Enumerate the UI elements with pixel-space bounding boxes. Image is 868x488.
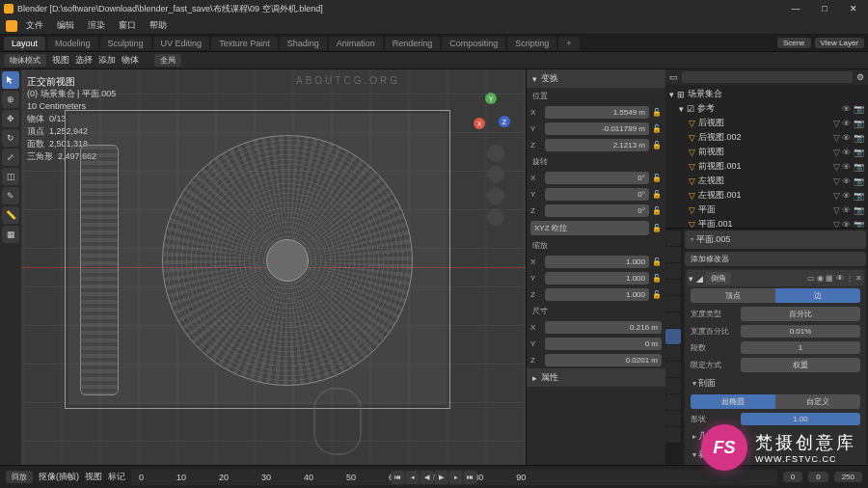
tab-texture[interactable]: Texture Paint bbox=[211, 37, 278, 50]
tab-shading[interactable]: Shading bbox=[280, 37, 327, 50]
nav-zoom[interactable] bbox=[487, 145, 504, 162]
bevel-vertex[interactable]: 顶点 bbox=[691, 288, 775, 303]
ptab-material[interactable] bbox=[665, 411, 681, 426]
tab-animation[interactable]: Animation bbox=[329, 37, 383, 50]
dim-z[interactable]: 0.0201 m bbox=[545, 354, 662, 366]
timeline-playback[interactable]: 回放 bbox=[6, 471, 33, 483]
timeline-keying[interactable]: 抠像(插帧) bbox=[39, 471, 79, 483]
ptab-object[interactable] bbox=[665, 312, 681, 328]
tool-select[interactable] bbox=[2, 71, 19, 89]
close-button[interactable]: ✕ bbox=[839, 0, 868, 17]
nav-pan[interactable] bbox=[487, 166, 504, 183]
menu-help[interactable]: 帮助 bbox=[145, 19, 172, 32]
nav-gizmo[interactable]: X Y Z bbox=[468, 89, 514, 135]
frame-end[interactable]: 250 bbox=[834, 472, 862, 482]
play-reverse[interactable]: ◀ bbox=[420, 471, 434, 484]
outliner-collection-ref[interactable]: ▾ ☑ 参考👁 📷 bbox=[669, 101, 864, 116]
scale-z[interactable]: 1.000 bbox=[545, 288, 649, 301]
filter-icon[interactable]: ⚙ bbox=[856, 72, 864, 82]
menu-object[interactable]: 物体 bbox=[122, 54, 139, 67]
menu-window[interactable]: 窗口 bbox=[114, 19, 141, 32]
maximize-button[interactable]: □ bbox=[810, 0, 839, 17]
tool-move[interactable]: ✥ bbox=[2, 110, 19, 127]
outliner-item[interactable]: ▽前视图.001▽ 👁 📷 bbox=[669, 159, 864, 174]
jump-end[interactable]: ⏭ bbox=[464, 471, 477, 484]
rot-x[interactable]: 0° bbox=[545, 172, 649, 184]
tab-sculpting[interactable]: Sculpting bbox=[100, 37, 151, 50]
profile-super[interactable]: 超椭圆 bbox=[691, 394, 775, 409]
jump-start[interactable]: ⏮ bbox=[392, 471, 405, 484]
props-panel-header[interactable]: ▸ 属性 bbox=[527, 368, 665, 387]
minimize-button[interactable]: — bbox=[781, 0, 810, 17]
profile-custom[interactable]: 自定义 bbox=[775, 394, 860, 409]
3d-viewport[interactable]: ABOUTCG.ORG 正交前视图 (0) 场景集合 | 平面.005 10 C… bbox=[21, 69, 526, 465]
blender-logo-icon[interactable] bbox=[6, 20, 17, 32]
outliner-item[interactable]: ▽前视图▽ 👁 📷 bbox=[669, 145, 864, 159]
outliner-item[interactable]: ▽后视图▽ 👁 📷 bbox=[669, 116, 864, 130]
menu-render[interactable]: 渲染 bbox=[83, 19, 110, 32]
ptab-render[interactable] bbox=[665, 230, 681, 246]
ptab-scene[interactable] bbox=[665, 280, 681, 295]
tool-annotate[interactable]: ✎ bbox=[2, 187, 19, 204]
menu-add[interactable]: 添加 bbox=[98, 54, 116, 67]
dim-x[interactable]: 0.216 m bbox=[545, 321, 662, 334]
rot-z[interactable]: 0° bbox=[545, 204, 649, 217]
outliner-search[interactable] bbox=[682, 71, 853, 83]
ptab-modifier[interactable] bbox=[665, 329, 681, 344]
outliner-item[interactable]: ▽平面.001▽ 👁 📷 bbox=[669, 217, 864, 229]
gizmo-y[interactable]: Y bbox=[485, 93, 497, 104]
ptab-viewlayer[interactable] bbox=[665, 263, 681, 279]
nav-ortho[interactable] bbox=[487, 208, 504, 226]
dim-y[interactable]: 0 m bbox=[545, 338, 662, 350]
frame-current[interactable]: 0 bbox=[783, 472, 802, 482]
menu-select[interactable]: 选择 bbox=[75, 54, 93, 67]
loc-z[interactable]: 2.1213 m bbox=[545, 139, 649, 151]
rot-mode[interactable]: XYZ 欧拉 bbox=[530, 221, 649, 235]
ptab-constraints[interactable] bbox=[665, 378, 681, 393]
loc-y[interactable]: -0.011789 m bbox=[545, 122, 649, 135]
rot-y[interactable]: 0° bbox=[545, 188, 649, 201]
gizmo-z[interactable]: Z bbox=[499, 116, 510, 127]
modifier-header[interactable]: ▾ ◢ 倒角▭ ◉ ▦ 👁 ⋮ ✕ bbox=[687, 270, 864, 286]
tool-cursor[interactable]: ⊕ bbox=[2, 91, 19, 108]
timeline-view[interactable]: 视图 bbox=[85, 471, 102, 483]
object-name-field[interactable]: ▫ 平面.005 bbox=[685, 230, 866, 249]
transform-panel-header[interactable]: ▾ 变换 bbox=[527, 69, 665, 88]
mode-selector[interactable]: 物体模式 bbox=[4, 54, 46, 67]
add-modifier-dropdown[interactable]: 添加修改器 bbox=[685, 252, 866, 266]
menu-file[interactable]: 文件 bbox=[21, 19, 48, 32]
tab-modeling[interactable]: Modeling bbox=[47, 37, 98, 50]
tool-transform[interactable]: ◫ bbox=[2, 168, 19, 185]
ptab-texture[interactable] bbox=[665, 427, 681, 443]
ptab-particles[interactable] bbox=[665, 345, 681, 361]
tool-addcube[interactable]: ▦ bbox=[2, 226, 19, 243]
outliner-item[interactable]: ▽左视图.001▽ 👁 📷 bbox=[669, 188, 864, 203]
ptab-physics[interactable] bbox=[665, 362, 681, 377]
limit-method[interactable]: 权重 bbox=[741, 358, 860, 372]
tab-scripting[interactable]: Scripting bbox=[507, 37, 556, 50]
ptab-output[interactable] bbox=[665, 247, 681, 262]
scale-y[interactable]: 1.000 bbox=[545, 272, 649, 285]
outliner-item[interactable]: ▽后视图.002▽ 👁 📷 bbox=[669, 130, 864, 145]
outliner-type-icon[interactable]: ▭ bbox=[669, 72, 678, 82]
gizmo-x[interactable]: X bbox=[474, 118, 485, 129]
width-value[interactable]: 0.01% bbox=[741, 325, 860, 338]
tool-scale[interactable]: ⤢ bbox=[2, 149, 19, 166]
frame-start[interactable]: 0 bbox=[808, 472, 827, 482]
timeline-marker[interactable]: 标记 bbox=[108, 471, 125, 483]
viewlayer-selector[interactable]: View Layer bbox=[815, 38, 864, 48]
outliner-collection[interactable]: ▾ ⊞ 场景集合 bbox=[669, 87, 864, 101]
loc-x[interactable]: 1.5549 m bbox=[545, 106, 649, 119]
width-type[interactable]: 百分比 bbox=[741, 307, 860, 321]
tab-add[interactable]: + bbox=[558, 37, 579, 50]
outliner-item[interactable]: ▽平面▽ 👁 📷 bbox=[669, 203, 864, 217]
segments[interactable]: 1 bbox=[741, 341, 860, 354]
mesh-object[interactable] bbox=[65, 110, 450, 409]
ptab-world[interactable] bbox=[665, 296, 681, 312]
tab-uv[interactable]: UV Editing bbox=[153, 37, 210, 50]
nav-camera[interactable] bbox=[487, 187, 504, 204]
ptab-data[interactable] bbox=[665, 394, 681, 410]
outliner-item[interactable]: ▽左视图▽ 👁 📷 bbox=[669, 174, 864, 188]
tab-compositing[interactable]: Compositing bbox=[442, 37, 505, 50]
tool-rotate[interactable]: ↻ bbox=[2, 129, 19, 147]
